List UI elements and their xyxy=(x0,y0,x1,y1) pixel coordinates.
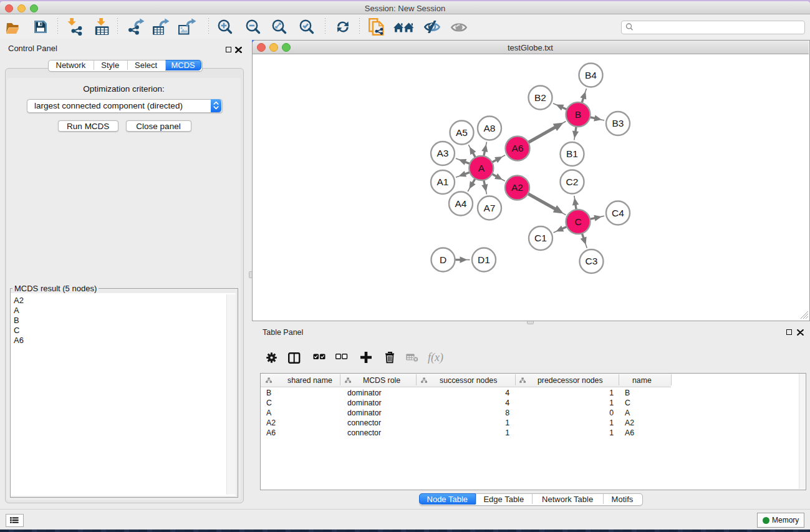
svg-text:A8: A8 xyxy=(484,123,496,133)
svg-text:C3: C3 xyxy=(586,256,598,266)
svg-text:B2: B2 xyxy=(534,92,546,103)
svg-text:B1: B1 xyxy=(566,148,578,159)
svg-text:A: A xyxy=(478,163,485,173)
svg-text:B3: B3 xyxy=(612,118,624,128)
svg-text:B4: B4 xyxy=(585,70,597,80)
svg-text:A4: A4 xyxy=(455,198,467,209)
svg-text:A2: A2 xyxy=(511,182,523,193)
svg-text:D: D xyxy=(440,254,446,265)
svg-text:C1: C1 xyxy=(534,233,547,243)
svg-text:A5: A5 xyxy=(456,127,468,138)
svg-text:D1: D1 xyxy=(478,254,490,265)
svg-text:C: C xyxy=(574,216,581,227)
svg-text:C2: C2 xyxy=(566,177,579,187)
svg-text:C4: C4 xyxy=(612,208,624,218)
svg-text:B: B xyxy=(575,109,581,120)
svg-text:A3: A3 xyxy=(437,148,449,158)
svg-text:A6: A6 xyxy=(512,143,524,153)
svg-text:A7: A7 xyxy=(484,203,496,213)
svg-text:A1: A1 xyxy=(437,177,449,187)
